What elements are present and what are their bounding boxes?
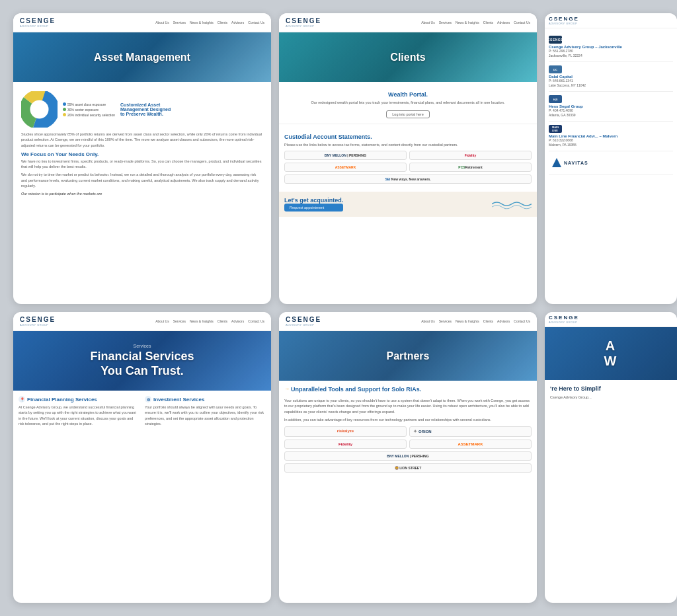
advisor-item-hess: H|S Hess Segal Group P: 404.471.4090Atla… <box>549 92 673 122</box>
advisor-logo-hess: H|S <box>549 95 673 103</box>
asset-section2-heading: We Focus on Your Needs Only. <box>21 151 263 157</box>
services-grid: 📍 Financial Planning Services At Csenge … <box>13 391 271 434</box>
nav-contact-f[interactable]: Contact Us <box>248 319 264 323</box>
partial-footer: 're Here to Simplif <box>550 385 672 392</box>
logo-name-part: CSENGE <box>286 316 321 323</box>
navitas-logo: NAVITAS <box>549 155 673 171</box>
partners-text2: In addition, you can take advantage of k… <box>284 417 532 422</box>
card-nav-advisors: CSENGE ADVISORY GROUP <box>545 13 677 28</box>
acquainted-left: Let's get acquainted. Request appointmen… <box>284 197 343 212</box>
nav-advisors-p[interactable]: Advisors <box>497 319 510 323</box>
portal-login-btn[interactable]: Log into portal here <box>386 110 429 118</box>
logo-bny[interactable]: BNY MELLON | PERSHING <box>284 151 407 160</box>
nav-clients-f[interactable]: Clients <box>218 319 227 323</box>
nav-services-f[interactable]: Services <box>173 319 186 323</box>
nav-about[interactable]: About Us <box>155 20 169 24</box>
svg-point-3 <box>30 100 49 119</box>
hero-title-partial: AW <box>604 338 618 369</box>
advisor-logo-box-hess: H|S <box>549 95 562 103</box>
nav-links-financial: About Us Services News & Insights Client… <box>155 319 264 323</box>
service-investment-heading: ⚙ Investment Services <box>145 396 266 403</box>
pie-labels: 55% asset class exposure 30% sector expo… <box>63 102 115 118</box>
advisor-detail-hess: P: 404.471.4090Atlanta, GA 30339 <box>549 108 673 118</box>
logo-fidelity[interactable]: Fidelity <box>409 151 532 160</box>
card-nav-partners: CSENGE ADVISORY GROUP About Us Services … <box>279 312 537 331</box>
nav-about-f[interactable]: About Us <box>155 319 169 323</box>
nav-clients[interactable]: Clients <box>218 20 227 24</box>
partial-body: 're Here to Simplif Csenge Advisory Grou… <box>545 380 677 405</box>
card-partial-bottom: CSENGE ADVISORY GROUP AW 're Here to Sim… <box>545 312 677 603</box>
nav-contact[interactable]: Contact Us <box>248 20 264 24</box>
nav-services[interactable]: Services <box>173 20 186 24</box>
logo-name: CSENGE <box>20 17 56 24</box>
partner-riskalyze: riskalyze <box>284 426 407 437</box>
pie-section: 55% asset class exposure 30% sector expo… <box>21 91 263 128</box>
logo-subtitle-partial: ADVISORY GROUP <box>549 321 579 324</box>
hero-title-asset: Asset Management <box>94 52 190 63</box>
asset-section2-text1: We have no ties to investment firms, spe… <box>21 159 263 170</box>
logo-asset: CSENGE ADVISORY GROUP <box>20 17 56 28</box>
dot-blue <box>63 102 66 106</box>
partner-assetmark: ASSETMARK <box>409 440 532 449</box>
advisor-logo-csenge: CSENGE <box>549 36 673 44</box>
navitas-icon <box>551 157 562 168</box>
partner-fidelity: Fidelity <box>284 440 407 449</box>
nav-links-clients: About Us Services News & Insights Client… <box>421 20 530 24</box>
svg-marker-4 <box>552 158 561 167</box>
hero-financial: Services Financial ServicesYou Can Trust… <box>13 331 271 391</box>
partner-orion: ✦ORION <box>409 426 532 437</box>
nav-about-p[interactable]: About Us <box>421 319 435 323</box>
asset-section2-text2: We do not try to time the market or pred… <box>21 172 263 188</box>
asset-tagline: Customized Asset Management Designed to … <box>120 102 173 116</box>
custodial-logos: BNY MELLON | PERSHING Fidelity ASSETMARK… <box>284 151 532 184</box>
nav-about-c[interactable]: About Us <box>421 20 435 24</box>
wealth-portal-section: Wealth Portal. Our redesigned wealth por… <box>279 82 537 124</box>
nav-links-asset: About Us Services News & Insights Client… <box>155 20 264 24</box>
hero-partial: AW <box>545 327 677 380</box>
logo-assetmark[interactable]: ASSETMARK <box>284 163 407 172</box>
logo-pcs[interactable]: PCSRetirement <box>409 163 532 172</box>
logo-sei[interactable]: SEI New ways. New answers. <box>284 174 532 184</box>
nav-clients-c[interactable]: Clients <box>483 20 493 24</box>
nav-contact-p[interactable]: Contact Us <box>514 319 530 323</box>
hero-asset: Asset Management <box>13 32 271 82</box>
logo-subtitle-adv: ADVISORY GROUP <box>549 22 579 25</box>
asset-body: 55% asset class exposure 30% sector expo… <box>13 82 271 204</box>
service-planning: 📍 Financial Planning Services At Csenge … <box>19 396 139 429</box>
nav-advisors-f[interactable]: Advisors <box>231 319 244 323</box>
nav-advisors[interactable]: Advisors <box>231 20 244 24</box>
nav-clients-p[interactable]: Clients <box>483 319 493 323</box>
portal-text: Our redesigned wealth portal lets you tr… <box>284 100 532 105</box>
planning-icon: 📍 <box>19 396 25 403</box>
hero-title-financial: Financial ServicesYou Can Trust. <box>90 350 194 378</box>
nav-news-f[interactable]: News & Insights <box>190 319 214 323</box>
card-nav-clients: CSENGE ADVISORY GROUP About Us Services … <box>279 13 537 32</box>
hero-title-clients: Clients <box>390 52 425 63</box>
acquainted-heading: Let's get acquainted. <box>284 197 343 204</box>
asset-mission: Our mission is to participate when the m… <box>21 191 263 196</box>
nav-services-c[interactable]: Services <box>439 20 452 24</box>
logo-clients: CSENGE ADVISORY GROUP <box>286 17 321 28</box>
main-grid: CSENGE ADVISORY GROUP About Us Services … <box>0 0 677 616</box>
card-nav-asset: CSENGE ADVISORY GROUP About Us Services … <box>13 13 271 32</box>
card-nav-partial: CSENGE ADVISORY GROUP <box>545 312 677 327</box>
nav-contact-c[interactable]: Contact Us <box>514 20 530 24</box>
logo-financial: CSENGE ADVISORY GROUP <box>20 316 56 327</box>
request-appt-btn[interactable]: Request appointment <box>284 204 343 212</box>
dot-green <box>63 108 66 111</box>
advisor-item-mainline: MAINLINE Main Line Financial Advi... – M… <box>549 122 673 151</box>
card-nav-financial: CSENGE ADVISORY GROUP About Us Services … <box>13 312 271 331</box>
advisor-detail-dalal: P: 646.661.1341Lake Success, NY 11042 <box>549 79 673 88</box>
advisor-logo-box-csenge: CSENGE <box>549 36 562 44</box>
nav-news[interactable]: News & Insights <box>190 20 214 24</box>
nav-news-p[interactable]: News & Insights <box>456 319 479 323</box>
nav-news-c[interactable]: News & Insights <box>456 20 479 24</box>
nav-advisors-c[interactable]: Advisors <box>497 20 510 24</box>
logo-name-clients: CSENGE <box>286 17 321 24</box>
card-advisors: CSENGE ADVISORY GROUP CSENGE Csenge Advi… <box>545 13 677 304</box>
partners-heading-block: Unparalleled Tools and Support for Solo … <box>291 386 421 395</box>
partners-text1: Your solutions are unique to your client… <box>284 398 532 414</box>
logo-partial: CSENGE ADVISORY GROUP <box>549 315 579 324</box>
services-label: Services <box>134 344 151 348</box>
nav-services-p[interactable]: Services <box>439 319 452 323</box>
